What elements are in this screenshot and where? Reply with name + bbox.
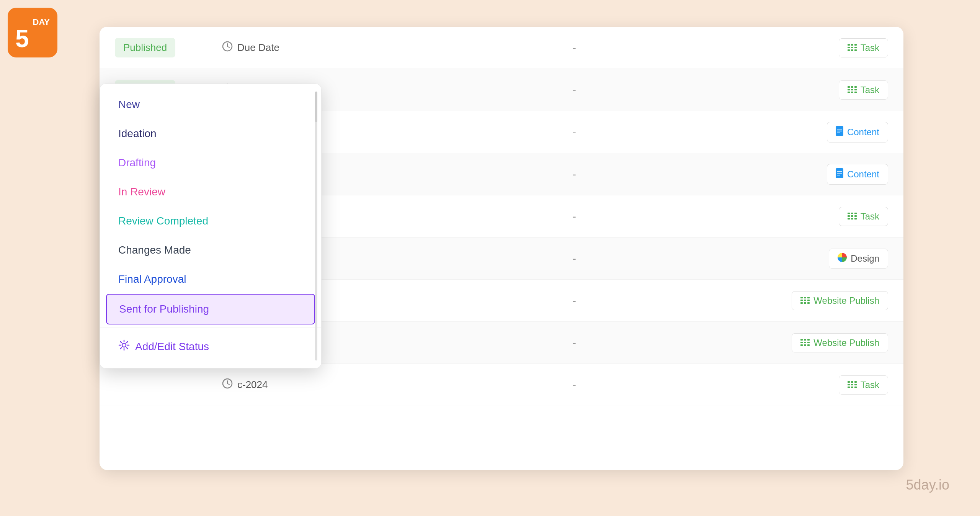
type-col: Content <box>781 164 888 185</box>
svg-rect-84 <box>848 384 850 385</box>
svg-rect-88 <box>851 387 853 388</box>
svg-rect-87 <box>848 387 850 388</box>
svg-rect-4 <box>851 44 853 46</box>
dropdown-item-inreview[interactable]: In Review <box>100 177 321 206</box>
svg-rect-41 <box>848 213 850 214</box>
svg-rect-63 <box>800 302 803 304</box>
type-col: Task <box>781 38 888 57</box>
dropdown-item-drafting[interactable]: Drafting <box>100 148 321 177</box>
type-col: Task <box>781 80 888 100</box>
svg-rect-48 <box>851 218 853 220</box>
date-col: Due Date <box>222 41 368 54</box>
svg-rect-70 <box>804 339 806 341</box>
type-badge[interactable]: Content <box>827 164 888 185</box>
svg-rect-21 <box>848 92 850 93</box>
type-badge[interactable]: Website Publish <box>792 291 888 310</box>
svg-rect-77 <box>807 344 810 346</box>
dash-col: - <box>368 168 781 181</box>
type-badge[interactable]: Task <box>839 38 888 57</box>
status-badge[interactable]: Published <box>115 38 175 57</box>
svg-rect-10 <box>851 49 853 51</box>
svg-line-80 <box>227 383 229 385</box>
table-row: c-2024 - <box>100 364 903 406</box>
svg-rect-62 <box>807 300 810 301</box>
type-badge[interactable]: Content <box>827 122 888 143</box>
svg-rect-75 <box>800 344 803 346</box>
website-publish-icon <box>800 295 810 306</box>
website-publish-icon <box>800 337 810 348</box>
type-col: Design <box>781 249 888 269</box>
svg-rect-59 <box>807 297 810 298</box>
dropdown-item-new[interactable]: New <box>100 90 321 119</box>
date-label: Due Date <box>237 42 279 54</box>
app-logo[interactable]: DAY 5 <box>8 8 57 57</box>
svg-rect-17 <box>854 86 857 88</box>
dropdown-item-label: Drafting <box>118 157 156 169</box>
dropdown-item-changes-made[interactable]: Changes Made <box>100 236 321 265</box>
type-badge[interactable]: Task <box>839 80 888 100</box>
logo-five-text: 5 <box>15 26 29 51</box>
dropdown-item-label: Final Approval <box>118 273 186 285</box>
add-edit-status-button[interactable]: Add/Edit Status <box>100 331 321 362</box>
svg-rect-46 <box>854 215 857 217</box>
dropdown-item-review-completed[interactable]: Review Completed <box>100 206 321 236</box>
dash-col: - <box>368 84 781 97</box>
dash-col: - <box>368 294 781 307</box>
svg-rect-42 <box>851 213 853 214</box>
dropdown-item-label: Ideation <box>118 128 157 140</box>
dropdown-item-final-approval[interactable]: Final Approval <box>100 265 321 294</box>
dropdown-item-label: Sent for Publishing <box>119 303 209 315</box>
svg-rect-37 <box>837 175 840 175</box>
dash-col: - <box>368 210 781 223</box>
svg-rect-83 <box>854 381 857 383</box>
task-icon <box>848 380 857 390</box>
dropdown-scrollbar <box>315 92 317 360</box>
svg-rect-7 <box>851 47 853 48</box>
add-edit-label: Add/Edit Status <box>135 341 209 353</box>
svg-point-90 <box>122 343 126 347</box>
svg-rect-76 <box>804 344 806 346</box>
dash-col: - <box>368 41 781 54</box>
svg-rect-69 <box>800 339 803 341</box>
type-col: Task <box>781 207 888 226</box>
task-icon <box>848 211 857 222</box>
type-badge[interactable]: Website Publish <box>792 333 888 352</box>
svg-rect-49 <box>854 218 857 220</box>
type-badge[interactable]: Task <box>839 207 888 226</box>
svg-rect-86 <box>854 384 857 385</box>
status-col: Published <box>115 38 222 57</box>
svg-rect-81 <box>848 381 850 383</box>
status-dropdown: New Ideation Drafting In Review Review C… <box>100 84 322 369</box>
svg-rect-30 <box>837 133 840 133</box>
svg-rect-74 <box>807 342 810 343</box>
svg-rect-47 <box>848 218 850 220</box>
svg-rect-11 <box>854 49 857 51</box>
type-badge[interactable]: Design <box>829 249 888 269</box>
svg-line-2 <box>227 46 229 48</box>
svg-rect-61 <box>804 300 806 301</box>
task-icon <box>848 85 857 95</box>
dropdown-item-ideation[interactable]: Ideation <box>100 119 321 148</box>
svg-rect-89 <box>854 387 857 388</box>
svg-rect-3 <box>848 44 850 46</box>
date-col: c-2024 <box>222 378 368 392</box>
dash-col: - <box>368 126 781 139</box>
date-value: c-2024 <box>237 379 268 391</box>
svg-rect-58 <box>804 297 806 298</box>
task-icon <box>848 43 857 53</box>
gear-icon <box>118 339 130 354</box>
svg-rect-36 <box>837 173 842 174</box>
svg-rect-16 <box>851 86 853 88</box>
svg-rect-8 <box>854 47 857 48</box>
type-badge[interactable]: Task <box>839 375 888 395</box>
dropdown-item-sent-for-publishing[interactable]: Sent for Publishing <box>106 294 315 324</box>
svg-rect-45 <box>851 215 853 217</box>
svg-rect-57 <box>800 297 803 298</box>
watermark: 5day.io <box>906 477 949 493</box>
svg-rect-28 <box>837 129 842 129</box>
svg-rect-15 <box>848 86 850 88</box>
dropdown-item-label: Changes Made <box>118 244 191 256</box>
logo-day-text: DAY <box>33 17 50 27</box>
svg-rect-18 <box>848 89 850 90</box>
svg-rect-35 <box>837 171 842 172</box>
